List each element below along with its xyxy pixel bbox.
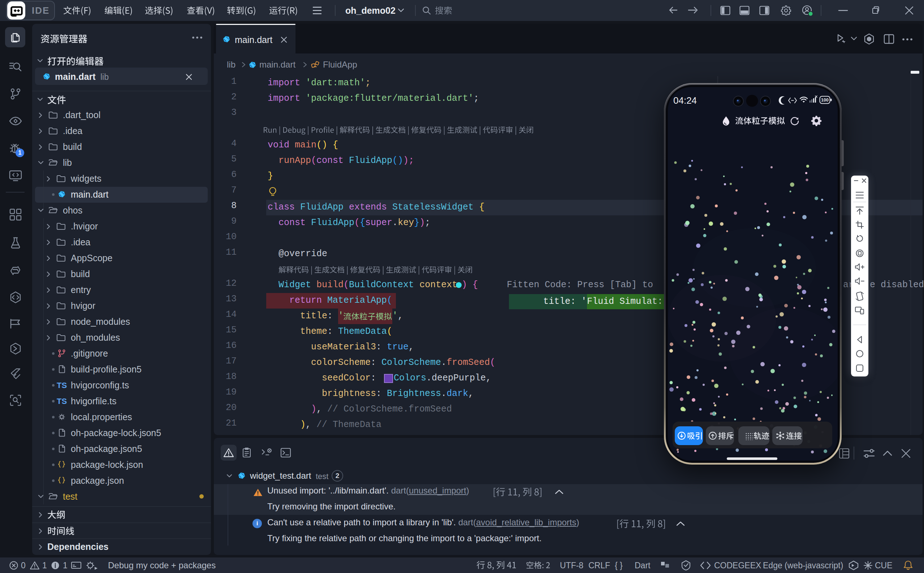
svg-text:100: 100 [821, 97, 829, 103]
